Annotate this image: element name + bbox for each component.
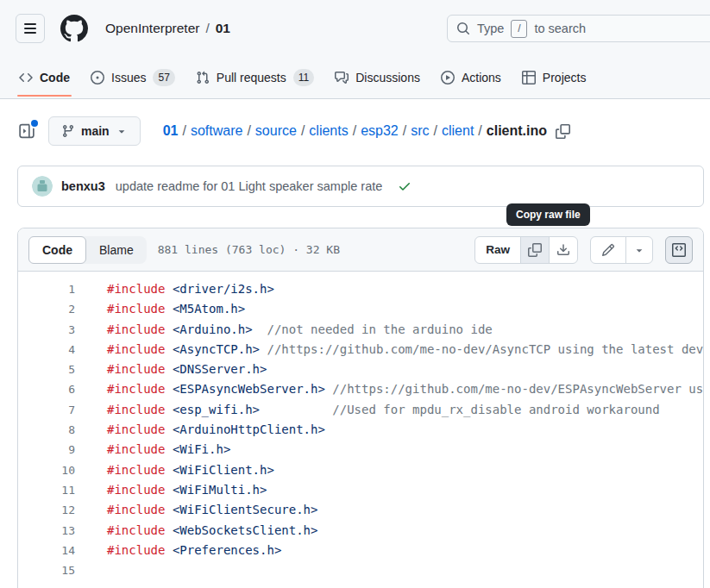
code-line: 13#include <WebSocketsClient.h> (18, 521, 703, 541)
line-number[interactable]: 4 (18, 340, 75, 360)
breadcrumb-separator: / (430, 123, 442, 139)
code-line: 14#include <Preferences.h> (18, 541, 703, 560)
notification-dot (31, 120, 38, 127)
file-stats: 881 lines (763 loc) · 32 KB (158, 243, 340, 256)
code-text: #include <driver/i2s.h> (75, 279, 274, 299)
tab-label: Discussions (355, 71, 420, 84)
branch-selector-button[interactable]: main (48, 116, 141, 146)
code-square-icon (672, 243, 686, 257)
tab-discussions[interactable]: Discussions (328, 52, 427, 100)
breadcrumb-separator: / (474, 123, 486, 139)
counter-badge: 57 (153, 69, 174, 86)
edit-file-button[interactable] (591, 237, 625, 263)
code-text (75, 560, 107, 580)
line-number[interactable]: 8 (18, 420, 75, 440)
breadcrumb-link[interactable]: clients (309, 123, 348, 139)
owner-link[interactable]: OpenInterpreter (105, 21, 199, 36)
slash-key-hint: / (511, 20, 527, 38)
tab-pull-requests[interactable]: Pull requests11 (189, 52, 321, 100)
line-number[interactable]: 5 (18, 360, 75, 379)
tab-label: Issues (111, 71, 146, 84)
edit-dropdown-button[interactable] (625, 237, 652, 263)
breadcrumb-link[interactable]: esp32 (361, 123, 399, 139)
line-number[interactable]: 13 (18, 521, 75, 541)
pencil-icon (601, 243, 615, 257)
tab-actions[interactable]: Actions (434, 52, 508, 100)
search-placeholder-prefix: Type (477, 22, 504, 35)
commit-author-link[interactable]: benxu3 (61, 179, 105, 193)
chevron-down-icon (116, 125, 128, 137)
edit-button-group (590, 236, 653, 264)
breadcrumb-link[interactable]: source (255, 123, 297, 139)
code-line: 11#include <WiFiMulti.h> (18, 480, 703, 500)
line-number[interactable]: 14 (18, 541, 75, 560)
commit-status-check-icon[interactable] (398, 179, 412, 193)
repo-tabs: CodeIssues57Pull requests11DiscussionsAc… (0, 53, 710, 98)
hamburger-menu-button[interactable] (16, 14, 45, 43)
expand-side-panel-button[interactable] (19, 123, 35, 139)
code-text: #include <DNSServer.h> (75, 360, 267, 379)
code-text: #include <Arduino.h> //not needed in the… (75, 320, 493, 340)
line-number[interactable]: 15 (18, 560, 75, 580)
git-branch-icon (61, 124, 75, 138)
line-number[interactable]: 7 (18, 400, 75, 420)
line-number[interactable]: 9 (18, 440, 75, 460)
repo-link[interactable]: 01 (216, 21, 230, 36)
line-number[interactable]: 6 (18, 379, 75, 399)
breadcrumb-separator: / (242, 123, 254, 139)
line-number[interactable]: 12 (18, 500, 75, 520)
line-number[interactable]: 1 (18, 279, 75, 299)
commit-message-link[interactable]: update readme for 01 Light speaker sampl… (116, 179, 383, 193)
issue-opened-icon (91, 71, 104, 84)
code-text: #include <WiFiClientSecure.h> (75, 500, 317, 520)
tab-label: Actions (462, 71, 501, 84)
top-header-area: OpenInterpreter / 01 Type / to search Co… (0, 0, 710, 99)
code-text: #include <ArduinoHttpClient.h> (75, 420, 325, 440)
code-line: 6#include <ESPAsyncWebServer.h> //https:… (18, 379, 703, 399)
tab-label: Projects (543, 71, 587, 84)
search-placeholder-suffix: to search (534, 22, 586, 35)
line-number[interactable]: 3 (18, 320, 75, 340)
code-line: 1#include <driver/i2s.h> (18, 279, 703, 299)
breadcrumb-link[interactable]: 01 (163, 123, 179, 139)
copy-raw-button[interactable] (520, 237, 549, 263)
github-logo-icon[interactable] (60, 15, 88, 42)
title-separator: / (205, 21, 209, 36)
code-view-button[interactable]: Code (28, 236, 86, 264)
search-input[interactable]: Type / to search (447, 15, 710, 42)
code-text: #include <WebSocketsClient.h> (75, 521, 317, 541)
code-blame-toggle: Code Blame (28, 236, 147, 264)
code-line: 9#include <WiFi.h> (18, 440, 703, 460)
file-nav-row: main 01/software/source/clients/esp32/sr… (19, 116, 696, 146)
blame-view-button[interactable]: Blame (86, 236, 147, 264)
code-line: 8#include <ArduinoHttpClient.h> (18, 420, 703, 440)
download-icon (556, 243, 570, 257)
breadcrumb-separator: / (178, 123, 190, 139)
code-line: 7#include <esp_wifi.h> //Used for mpdu_r… (18, 400, 703, 420)
download-raw-button[interactable] (549, 237, 577, 263)
table-icon (522, 71, 536, 84)
tab-label: Pull requests (217, 71, 286, 84)
breadcrumb-link[interactable]: client (442, 123, 474, 139)
file-content-container: Copy raw file Code Blame 881 lines (763 … (17, 228, 704, 588)
line-number[interactable]: 2 (18, 299, 75, 319)
tab-issues[interactable]: Issues57 (84, 52, 182, 100)
tab-projects[interactable]: Projects (515, 52, 594, 100)
file-actions: Raw (474, 236, 693, 264)
code-text: #include <ESPAsyncWebServer.h> //https:/… (75, 379, 703, 399)
breadcrumb-link[interactable]: software (191, 123, 242, 139)
breadcrumb-link[interactable]: src (411, 123, 429, 139)
line-number[interactable]: 11 (18, 480, 75, 500)
tab-code[interactable]: Code (12, 52, 77, 100)
breadcrumb-repo-title: OpenInterpreter / 01 (105, 21, 230, 36)
copy-path-button[interactable] (556, 124, 570, 139)
symbols-panel-button[interactable] (665, 236, 693, 264)
avatar[interactable] (32, 176, 53, 197)
raw-button[interactable]: Raw (475, 237, 520, 263)
github-file-page: OpenInterpreter / 01 Type / to search Co… (0, 0, 710, 588)
code-text: #include <M5Atom.h> (75, 299, 245, 319)
search-icon (456, 22, 470, 35)
code-line: 5#include <DNSServer.h> (18, 360, 703, 379)
code-editor: 1#include <driver/i2s.h>2#include <M5Ato… (18, 272, 703, 588)
line-number[interactable]: 10 (18, 460, 75, 480)
